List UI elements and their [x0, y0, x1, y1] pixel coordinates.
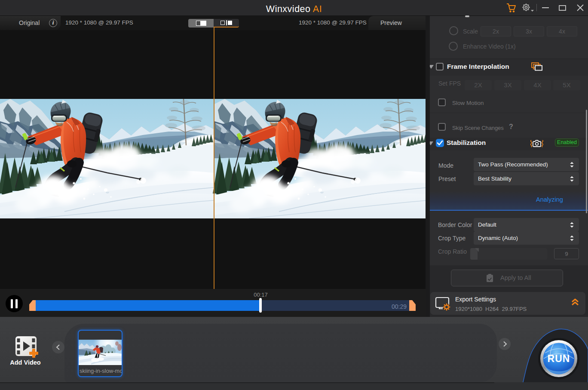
svg-text:RUN: RUN: [548, 353, 570, 364]
